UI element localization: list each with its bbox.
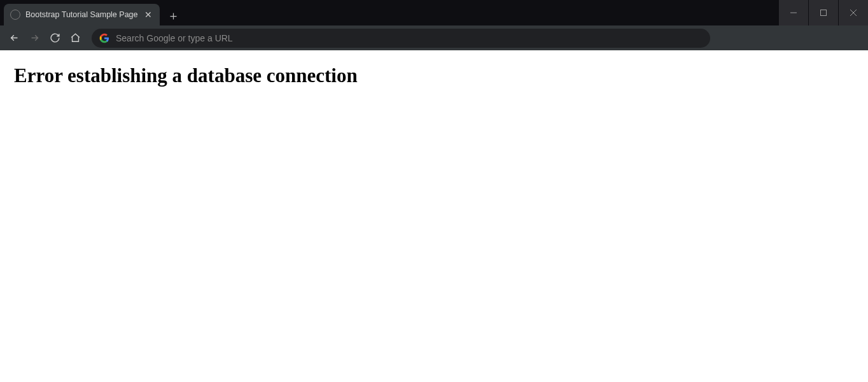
minimize-button[interactable] <box>779 0 808 25</box>
home-button[interactable] <box>66 29 84 47</box>
error-heading: Error establishing a database connection <box>14 64 854 87</box>
home-icon <box>70 32 81 43</box>
page-content: Error establishing a database connection <box>0 50 868 101</box>
svg-rect-0 <box>821 10 827 16</box>
close-window-button[interactable] <box>839 0 868 25</box>
close-icon <box>850 9 857 17</box>
google-icon <box>99 33 109 43</box>
browser-toolbar <box>0 25 868 50</box>
close-icon[interactable]: ✕ <box>143 9 153 20</box>
arrow-right-icon <box>29 32 40 43</box>
plus-icon <box>169 11 178 21</box>
forward-button[interactable] <box>25 29 43 47</box>
maximize-icon <box>820 9 827 17</box>
window-controls <box>779 0 868 25</box>
new-tab-button[interactable] <box>160 6 187 25</box>
reload-button[interactable] <box>46 29 64 47</box>
maximize-button[interactable] <box>809 0 838 25</box>
reload-icon <box>50 32 60 43</box>
minimize-icon <box>790 9 797 17</box>
address-bar[interactable] <box>92 29 710 48</box>
back-button[interactable] <box>5 29 23 47</box>
browser-tab-active[interactable]: Bootstrap Tutorial Sample Page ✕ <box>4 4 160 25</box>
address-input[interactable] <box>116 33 703 43</box>
tab-title: Bootstrap Tutorial Sample Page <box>25 10 138 19</box>
browser-titlebar: Bootstrap Tutorial Sample Page ✕ <box>0 0 868 25</box>
globe-icon <box>10 10 20 20</box>
arrow-left-icon <box>9 32 20 43</box>
